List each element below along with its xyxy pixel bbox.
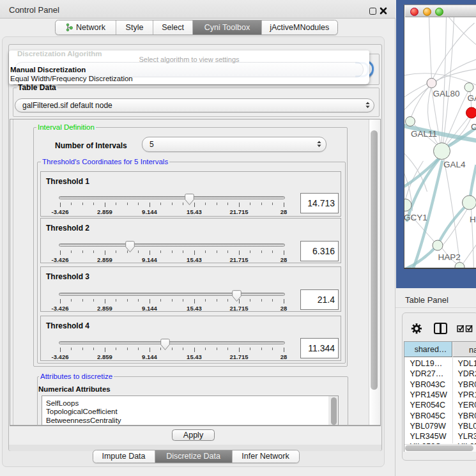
- svg-text:HIS: HIS: [470, 215, 476, 224]
- svg-text:GAL4: GAL4: [443, 160, 466, 169]
- svg-text:GAL7: GAL7: [467, 93, 476, 103]
- svg-text:HAP2: HAP2: [438, 252, 460, 262]
- svg-text:GAL80: GAL80: [433, 89, 459, 98]
- svg-text:GCY1: GCY1: [404, 213, 427, 222]
- svg-text:CD: CD: [471, 122, 476, 132]
- svg-text:GAL11: GAL11: [411, 129, 437, 139]
